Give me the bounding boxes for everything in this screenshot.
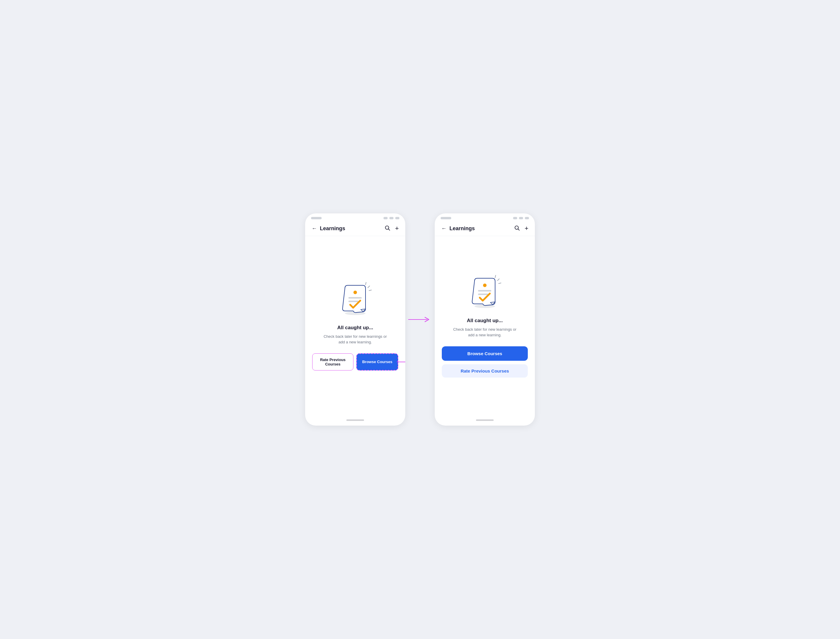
annotation-arrow: [397, 359, 405, 365]
svg-line-8: [366, 282, 366, 285]
svg-line-7: [369, 290, 371, 291]
header-icons-1: +: [384, 224, 399, 232]
header-2: ← Learnings +: [435, 221, 535, 236]
header-1: ← Learnings +: [305, 221, 405, 236]
empty-title-1: All caught up...: [337, 325, 373, 331]
empty-title-2: All caught up...: [467, 318, 503, 324]
home-bar-1: [346, 420, 364, 421]
phone-2: ← Learnings +: [435, 213, 535, 426]
phone-body-2: All caught up... Check back later for ne…: [435, 236, 535, 416]
home-bar-area-1: [305, 416, 405, 426]
svg-line-12: [518, 229, 520, 230]
svg-line-17: [498, 279, 499, 281]
header-left-2: ← Learnings: [441, 226, 475, 232]
search-icon-2[interactable]: [514, 225, 520, 232]
illustration-2: [466, 272, 504, 311]
rate-courses-button-2[interactable]: Rate Previous Courses: [442, 364, 528, 378]
svg-line-6: [368, 286, 369, 288]
status-dot-2c: [525, 217, 529, 219]
empty-subtitle-1: Check back later for new learnings or ad…: [323, 334, 388, 345]
header-icons-2: +: [514, 224, 528, 232]
add-icon-1[interactable]: +: [395, 224, 399, 232]
status-pill-1: [311, 217, 322, 219]
status-dot-1c: [395, 217, 399, 219]
svg-rect-16: [478, 294, 488, 295]
browse-courses-button-1[interactable]: Browse Courses: [357, 353, 398, 370]
back-button-1[interactable]: ←: [312, 226, 317, 232]
back-button-2[interactable]: ←: [441, 226, 447, 232]
home-bar-2: [476, 420, 494, 421]
status-dot-1a: [384, 217, 388, 219]
svg-rect-5: [349, 300, 359, 302]
svg-line-18: [499, 283, 501, 283]
status-bar-2: [435, 213, 535, 221]
scene: ← Learnings +: [305, 213, 535, 426]
svg-rect-4: [349, 297, 362, 299]
buttons-stack-2: Browse Courses Rate Previous Courses: [442, 347, 528, 378]
page-title-1: Learnings: [320, 226, 345, 232]
search-icon-1[interactable]: [384, 225, 390, 232]
buttons-row-1: Rate Previous Courses Browse Courses: [312, 353, 398, 370]
svg-line-1: [388, 229, 390, 230]
empty-subtitle-2: Check back later for new learnings or ad…: [452, 327, 517, 338]
status-dot-2b: [519, 217, 523, 219]
status-dot-1b: [389, 217, 393, 219]
status-dots-2: [513, 217, 529, 219]
svg-point-3: [353, 291, 357, 294]
status-dots-1: [384, 217, 399, 219]
browse-courses-button-2[interactable]: Browse Courses: [442, 347, 528, 361]
svg-line-19: [495, 275, 496, 278]
header-left-1: ← Learnings: [312, 226, 345, 232]
status-pill-2: [441, 217, 451, 219]
page-title-2: Learnings: [449, 226, 475, 232]
rate-courses-button-1[interactable]: Rate Previous Courses: [312, 353, 353, 370]
status-dot-2a: [513, 217, 517, 219]
phone-1: ← Learnings +: [305, 213, 405, 426]
status-bar-1: [305, 213, 405, 221]
illustration-1: [336, 280, 374, 318]
svg-rect-15: [478, 290, 491, 291]
home-bar-area-2: [435, 416, 535, 426]
svg-point-14: [483, 283, 487, 287]
phone-body-1: All caught up... Check back later for ne…: [305, 236, 405, 416]
add-icon-2[interactable]: +: [525, 224, 528, 232]
transition-arrow: [405, 316, 435, 323]
